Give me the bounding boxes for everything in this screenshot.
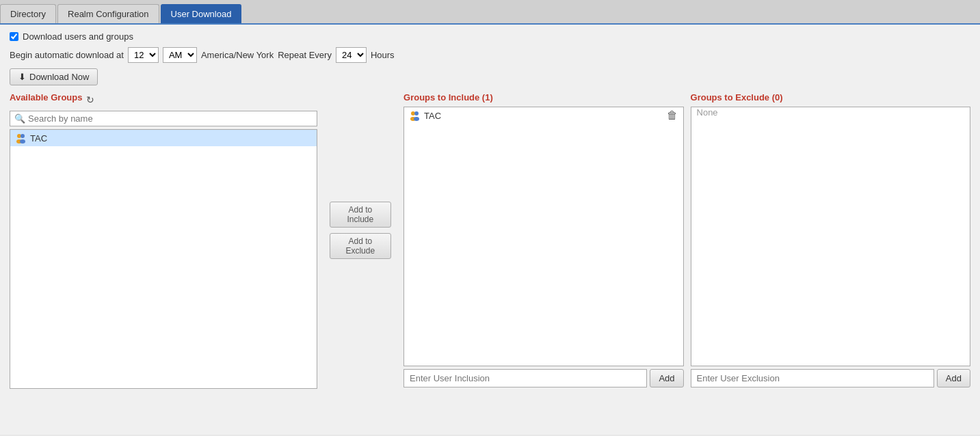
svg-point-1 <box>21 134 25 138</box>
user-exclusion-add-button[interactable]: Add <box>937 369 970 387</box>
groups-exclude-title: Groups to Exclude (0) <box>691 92 783 103</box>
add-to-exclude-button[interactable]: Add to Exclude <box>330 233 391 259</box>
ampm-select[interactable]: AM PM <box>163 47 197 63</box>
group-item-label: TAC <box>30 133 47 144</box>
user-inclusion-input[interactable] <box>403 369 647 387</box>
schedule-row: Begin automatic download at 12 123 456 7… <box>10 47 970 63</box>
groups-include-panel: Groups to Include (1) TAC <box>403 92 683 387</box>
download-now-button[interactable]: ⬇ Download Now <box>10 68 98 85</box>
include-group-icon <box>410 110 421 121</box>
list-item[interactable]: TAC <box>10 130 317 146</box>
tab-user-download[interactable]: User Download <box>161 4 242 23</box>
hours-label: Hours <box>371 50 395 60</box>
search-input[interactable] <box>28 113 313 124</box>
include-item-left: TAC <box>410 110 441 121</box>
add-to-include-button[interactable]: Add to Include <box>330 202 391 228</box>
begin-download-label: Begin automatic download at <box>10 50 124 60</box>
repeat-select[interactable]: 24 124 6812 <box>336 47 367 63</box>
user-exclusion-input[interactable] <box>691 369 934 387</box>
timezone-label: America/New York <box>201 50 274 60</box>
search-box-wrapper: 🔍 <box>10 111 317 126</box>
groups-exclude-none: None <box>691 107 724 120</box>
columns-wrapper: Available Groups ↻ 🔍 TAC <box>10 92 970 389</box>
hour-select[interactable]: 12 123 456 789 1011 <box>128 47 159 63</box>
delete-include-item-button[interactable]: 🗑 <box>667 110 678 121</box>
include-item-label: TAC <box>424 111 441 121</box>
group-icon <box>16 133 27 144</box>
tab-bar: Directory Realm Configuration User Downl… <box>0 0 980 25</box>
svg-point-3 <box>20 139 25 144</box>
svg-point-5 <box>414 111 419 115</box>
user-inclusion-row: Add <box>403 369 683 387</box>
include-list-item: TAC 🗑 <box>404 107 683 124</box>
available-groups-list: TAC <box>10 129 317 389</box>
action-buttons-column: Add to Include Add to Exclude <box>317 92 403 259</box>
download-icon: ⬇ <box>18 72 26 82</box>
groups-include-title: Groups to Include (1) <box>403 92 493 103</box>
user-inclusion-add-button[interactable]: Add <box>650 369 683 387</box>
refresh-icon[interactable]: ↻ <box>86 95 96 105</box>
tab-directory[interactable]: Directory <box>0 4 56 23</box>
groups-include-list: TAC 🗑 <box>403 107 683 366</box>
download-users-checkbox[interactable] <box>10 32 18 41</box>
groups-exclude-list: None <box>691 107 970 366</box>
main-content: Download users and groups Begin automati… <box>0 25 980 435</box>
checkbox-row: Download users and groups <box>10 31 970 42</box>
available-groups-title: Available Groups <box>10 92 82 103</box>
download-users-label: Download users and groups <box>23 31 133 42</box>
user-exclusion-row: Add <box>691 369 970 387</box>
groups-exclude-panel: Groups to Exclude (0) None Add <box>691 92 970 387</box>
search-icon: 🔍 <box>14 113 25 124</box>
top-controls: Download users and groups Begin automati… <box>10 31 970 85</box>
repeat-every-label: Repeat Every <box>278 50 332 60</box>
svg-point-7 <box>414 117 419 121</box>
download-now-label: Download Now <box>29 72 89 82</box>
tab-realm-configuration[interactable]: Realm Configuration <box>57 4 159 23</box>
right-panels: Groups to Include (1) TAC <box>403 92 970 387</box>
available-groups-panel: Available Groups ↻ 🔍 TAC <box>10 92 317 389</box>
